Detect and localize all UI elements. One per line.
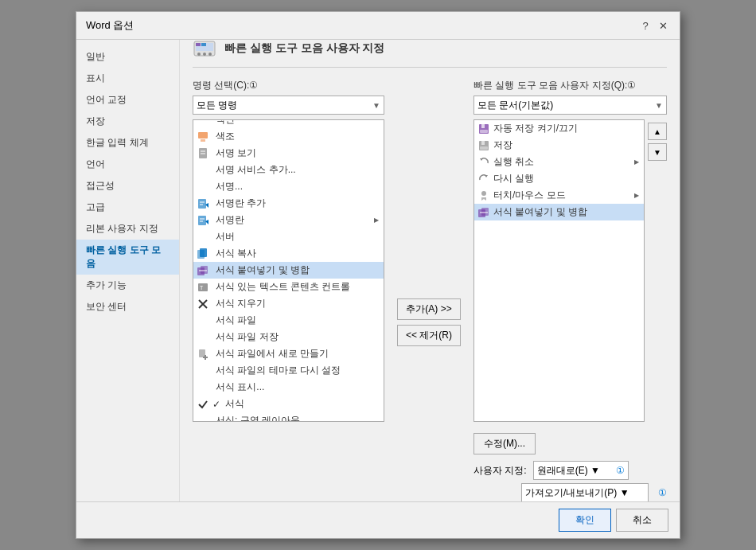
svg-text:T: T [200, 285, 204, 291]
list-item[interactable]: 서명란 [193, 212, 384, 228]
list-item[interactable]: 서명... [193, 178, 384, 195]
title-bar: Word 옵션 ? ✕ [76, 12, 680, 40]
svg-rect-47 [198, 333, 208, 342]
item-text: 서명란 [212, 213, 244, 227]
import-export-dropdown[interactable]: 가져오기/내보내기(P) ▼ [521, 483, 649, 501]
nav-item-save[interactable]: 저장 [76, 111, 179, 132]
nav-item-display[interactable]: 표시 [76, 68, 179, 89]
list-item[interactable]: 서식 파일 저장 [193, 329, 384, 345]
list-item[interactable]: 서식 복사 [193, 245, 384, 262]
item-icon [197, 164, 209, 177]
svg-rect-58 [481, 141, 485, 145]
up-down-buttons: ▲ ▼ [648, 123, 667, 422]
right-item-icon [477, 139, 490, 152]
close-button[interactable]: ✕ [656, 18, 670, 33]
svg-point-4 [197, 53, 201, 56]
right-command-list[interactable]: 자동 저장 켜기/끄기저장실행 취소다시 실행터치/마우스 모드서식 붙여넣기 … [473, 119, 645, 422]
list-item[interactable]: 서버 [193, 228, 384, 245]
item-icon [197, 314, 209, 327]
item-icon [197, 147, 209, 160]
list-item[interactable]: 서식 파일 [193, 312, 384, 329]
svg-rect-38 [200, 248, 207, 257]
item-text: 서식 파일에서 새로 만들기 [212, 347, 329, 361]
import-export-row: 가져오기/내보내기(P) ▼ ① [473, 483, 667, 501]
list-item[interactable]: T서식 있는 텍스트 콘텐츠 컨트롤 [193, 279, 384, 295]
nav-item-trust[interactable]: 보안 센터 [76, 296, 179, 318]
right-item-text: 서식 붙여넣기 및 병합 [493, 205, 587, 219]
nav-item-ribbon[interactable]: 리본 사용자 지정 [76, 218, 179, 240]
list-item[interactable]: 서식 지우기 [193, 295, 384, 312]
info-icon: ① [616, 465, 625, 476]
section-title: 빠른 실행 도구 모음 사용자 지정 [224, 41, 384, 56]
list-item[interactable]: 색인 [193, 119, 384, 128]
right-dropdown[interactable]: 모든 문서(기본값) ▼ [473, 96, 667, 115]
nav-item-accessibility[interactable]: 접근성 [76, 175, 179, 197]
modify-button[interactable]: 수정(M)... [473, 433, 536, 454]
dialog-body: 일반표시언어 교정저장한글 입력 체계언어접근성고급리본 사용자 지정빠른 실행… [76, 40, 680, 501]
add-button[interactable]: 추가(A) >> [397, 298, 461, 320]
list-item[interactable]: 서식 붙여넣기 및 병합 [193, 262, 384, 279]
item-text: 서명 보기 [212, 146, 256, 160]
item-icon [197, 131, 209, 143]
move-down-button[interactable]: ▼ [648, 143, 667, 161]
nav-item-qat[interactable]: 빠른 실행 도구 모음 [76, 240, 179, 275]
item-icon [197, 181, 209, 193]
right-item-icon [477, 156, 490, 169]
middle-buttons: 추가(A) >> << 제거(R) [392, 142, 466, 501]
svg-rect-2 [196, 43, 201, 46]
nav-item-general[interactable]: 일반 [76, 46, 179, 68]
left-dropdown[interactable]: 모든 명령 ▼ [193, 96, 384, 115]
svg-rect-48 [199, 349, 205, 357]
list-item[interactable]: 색조 [193, 128, 384, 145]
left-panel: 명령 선택(C):① 모든 명령 ▼ 색인 및 목차색인 삽입...색인 업데이… [193, 79, 384, 501]
move-up-button[interactable]: ▲ [648, 123, 667, 140]
nav-item-addins[interactable]: 추가 기능 [76, 275, 179, 296]
nav-item-advanced[interactable]: 고급 [76, 197, 179, 218]
list-item[interactable]: 서식 파일의 테마로 다시 설정 [193, 362, 384, 379]
right-list-item[interactable]: 자동 저장 켜기/끄기 [474, 120, 644, 137]
right-item-icon [477, 123, 490, 135]
right-panel-label: 빠른 실행 도구 모음 사용자 지정(Q):① [473, 79, 667, 92]
list-item[interactable]: 서식: 구역 레이아웃 [193, 412, 384, 422]
dialog-title: Word 옵션 [86, 18, 134, 33]
right-item-text: 터치/마우스 모드 [493, 189, 566, 202]
remove-button[interactable]: << 제거(R) [397, 325, 461, 346]
right-list-item[interactable]: 터치/마우스 모드 [474, 187, 644, 204]
nav-item-language[interactable]: 언어 [76, 154, 179, 175]
nav-item-korean[interactable]: 한글 입력 체계 [76, 132, 179, 154]
help-button[interactable]: ? [638, 18, 653, 33]
svg-rect-22 [201, 139, 205, 142]
item-icon [197, 264, 209, 277]
list-item[interactable]: 서명란 추가 [193, 195, 384, 212]
list-item[interactable]: 서식 파일에서 새로 만들기 [193, 345, 384, 362]
svg-rect-26 [198, 166, 208, 175]
item-icon [197, 398, 209, 411]
left-command-list[interactable]: 색인 및 목차색인 삽입...색인 업데이트색인 항목 자동 표시색인 항목 표… [193, 119, 384, 422]
svg-rect-27 [198, 182, 208, 192]
right-item-text: 다시 실행 [493, 172, 534, 185]
svg-marker-61 [485, 175, 488, 177]
item-text: 서명 서비스 추가... [212, 163, 296, 177]
right-item-icon [477, 189, 490, 202]
reset-dropdown[interactable]: 원래대로(E) ▼ ① [533, 461, 629, 480]
customize-label: 사용자 지정: [473, 464, 527, 478]
item-text: 서식: 구역 레이아웃 [212, 414, 300, 422]
cancel-button[interactable]: 취소 [616, 509, 668, 532]
right-list-item[interactable]: 저장 [474, 137, 644, 154]
svg-marker-60 [480, 158, 483, 161]
dropdown-arrow-icon: ▼ [372, 101, 380, 110]
ok-button[interactable]: 확인 [559, 509, 611, 532]
right-list-item[interactable]: 실행 취소 [474, 154, 644, 170]
list-item[interactable]: ✓ 서식 [193, 396, 384, 412]
svg-rect-46 [198, 316, 208, 326]
title-bar-buttons: ? ✕ [638, 18, 670, 33]
right-item-text: 실행 취소 [493, 155, 534, 169]
list-item[interactable]: 서명 서비스 추가... [193, 162, 384, 178]
right-item-text: 자동 저장 켜기/끄기 [493, 122, 578, 135]
list-item[interactable]: 서식 표시... [193, 379, 384, 396]
content-area: 명령 선택(C):① 모든 명령 ▼ 색인 및 목차색인 삽입...색인 업데이… [193, 79, 667, 501]
nav-item-proofing[interactable]: 언어 교정 [76, 89, 179, 111]
right-list-item[interactable]: 다시 실행 [474, 170, 644, 187]
right-list-item[interactable]: 서식 붙여넣기 및 병합 [474, 204, 644, 220]
list-item[interactable]: 서명 보기 [193, 145, 384, 162]
